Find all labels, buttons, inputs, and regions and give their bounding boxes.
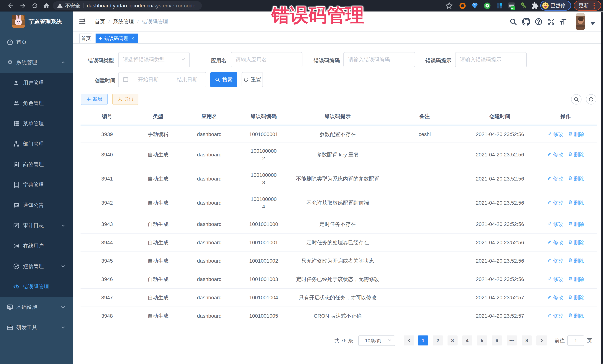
pagination-page-6[interactable]: 6 bbox=[492, 335, 502, 345]
sidebar-item-system[interactable]: 系统管理 bbox=[0, 52, 73, 73]
search-button[interactable]: 搜索 bbox=[210, 72, 237, 87]
delete-link[interactable]: 删除 bbox=[568, 199, 584, 207]
breadcrumb-home[interactable]: 首页 bbox=[95, 18, 105, 25]
tab-close-icon[interactable]: × bbox=[131, 36, 134, 41]
edit-icon bbox=[547, 175, 552, 183]
sidebar-logo[interactable]: 芋道管理系统 bbox=[0, 11, 73, 32]
refresh-circle-button[interactable] bbox=[586, 94, 596, 105]
breadcrumb-separator: / bbox=[137, 19, 139, 25]
sidebar-item-error-code[interactable]: 错误码管理 bbox=[0, 276, 73, 297]
sidebar-item-audit-log[interactable]: 审计日志 bbox=[0, 215, 73, 236]
sidebar-item-devtools[interactable]: 研发工具 bbox=[0, 317, 73, 338]
sidebar-item-dict[interactable]: 字典管理 bbox=[0, 175, 73, 195]
pagination-page-1[interactable]: 1 bbox=[418, 335, 428, 345]
sidebar-item-label: 在线用户 bbox=[23, 243, 44, 249]
cell-error-hint: 不能删除类型为系统内置的参数配置 bbox=[291, 175, 384, 183]
goto-page-input[interactable] bbox=[567, 335, 584, 346]
extension-key-icon[interactable] bbox=[519, 0, 527, 11]
extension-tabs-on-icon[interactable]: on bbox=[507, 0, 516, 11]
profile-paused-badge[interactable]: 已暂停 bbox=[540, 0, 571, 11]
edit-link[interactable]: 修改 bbox=[547, 239, 564, 246]
edit-link[interactable]: 修改 bbox=[547, 276, 564, 283]
tab-error-code-active[interactable]: 错误码管理 × bbox=[95, 33, 138, 43]
address-bar[interactable]: 不安全 dashboard.yudao.iocoder.cn/system/er… bbox=[53, 1, 202, 10]
font-size-icon[interactable] bbox=[559, 11, 568, 32]
page-size-select[interactable]: 10条/页 bbox=[358, 335, 395, 346]
sidebar-item-user[interactable]: 用户管理 bbox=[0, 73, 73, 93]
user-avatar[interactable] bbox=[576, 13, 585, 30]
delete-link[interactable]: 删除 bbox=[568, 276, 584, 283]
extension-green-circle-icon[interactable] bbox=[483, 0, 491, 11]
delete-link[interactable]: 删除 bbox=[568, 294, 584, 301]
reset-button[interactable]: 重置 bbox=[242, 72, 263, 87]
delete-link[interactable]: 删除 bbox=[568, 239, 584, 246]
browser-home-icon[interactable] bbox=[43, 0, 50, 11]
error-hint-input[interactable] bbox=[455, 53, 526, 67]
extension-squares-icon[interactable] bbox=[496, 0, 503, 11]
pagination-more-button[interactable]: ••• bbox=[507, 335, 517, 345]
edit-link[interactable]: 修改 bbox=[547, 312, 564, 320]
browser-menu-kebab-icon[interactable] bbox=[593, 3, 595, 9]
sidebar-item-menu[interactable]: 菜单管理 bbox=[0, 113, 73, 134]
edit-link[interactable]: 修改 bbox=[547, 257, 564, 265]
page-unit-label: 页 bbox=[587, 337, 592, 344]
edit-link[interactable]: 修改 bbox=[547, 151, 564, 158]
browser-update-badge[interactable]: 更新 bbox=[574, 0, 601, 11]
avatar-dropdown-caret-icon[interactable] bbox=[591, 22, 595, 25]
extensions-puzzle-icon[interactable] bbox=[531, 0, 539, 11]
sidebar-item-dept[interactable]: 部门管理 bbox=[0, 134, 73, 154]
extension-gem-icon[interactable] bbox=[471, 0, 478, 11]
export-button[interactable]: 导出 bbox=[112, 94, 139, 105]
github-icon[interactable] bbox=[522, 11, 531, 32]
toggle-search-circle-button[interactable] bbox=[571, 94, 581, 105]
column-header-0: 编号 bbox=[81, 113, 134, 120]
sidebar-item-post[interactable]: 岗位管理 bbox=[0, 154, 73, 175]
date-range-picker[interactable]: 开始日期 - 结束日期 bbox=[118, 72, 206, 87]
edit-link[interactable]: 修改 bbox=[547, 175, 564, 183]
sidebar-item-home[interactable]: 首页 bbox=[0, 32, 73, 52]
sidebar-item-sms[interactable]: 短信管理 bbox=[0, 256, 73, 276]
delete-link[interactable]: 删除 bbox=[568, 175, 584, 183]
browser-forward-icon[interactable] bbox=[19, 0, 26, 11]
sidebar-item-label: 角色管理 bbox=[23, 100, 44, 107]
pagination-page-3[interactable]: 3 bbox=[448, 335, 458, 345]
browser-back-icon[interactable] bbox=[7, 0, 14, 11]
navbar-search-icon[interactable] bbox=[509, 11, 518, 32]
sidebar-item-online-user[interactable]: 在线用户 bbox=[0, 236, 73, 256]
delete-link[interactable]: 删除 bbox=[568, 131, 584, 138]
browser-reload-icon[interactable] bbox=[31, 0, 39, 11]
breadcrumb-system[interactable]: 系统管理 bbox=[113, 18, 134, 25]
sidebar-item-infra[interactable]: 基础设施 bbox=[0, 297, 73, 317]
sidebar-item-notice[interactable]: 通知公告 bbox=[0, 195, 73, 215]
pagination-page-2[interactable]: 2 bbox=[433, 335, 443, 345]
pagination-page-4[interactable]: 4 bbox=[462, 335, 472, 345]
sidebar-item-role[interactable]: 角色管理 bbox=[0, 93, 73, 113]
delete-link[interactable]: 删除 bbox=[568, 312, 584, 320]
delete-link[interactable]: 删除 bbox=[568, 257, 584, 265]
edit-icon bbox=[547, 199, 552, 207]
app-name-input[interactable] bbox=[231, 53, 302, 67]
add-button[interactable]: 新增 bbox=[81, 94, 108, 105]
error-code-input[interactable] bbox=[344, 53, 415, 67]
edit-link[interactable]: 修改 bbox=[547, 294, 564, 301]
pagination-prev-button[interactable] bbox=[404, 335, 414, 345]
fullscreen-icon[interactable] bbox=[547, 11, 556, 32]
edit-link[interactable]: 修改 bbox=[547, 221, 564, 228]
error-code-table: 编号类型应用名错误码编码错误码提示备注创建时间操作 3939手动编辑dashbo… bbox=[81, 108, 597, 325]
pagination-next-button[interactable] bbox=[536, 335, 547, 345]
error-code-type-select[interactable]: 请选择错误码类型 bbox=[118, 52, 190, 67]
delete-link[interactable]: 删除 bbox=[568, 151, 584, 158]
pagination-page-5[interactable]: 5 bbox=[477, 335, 487, 345]
goto-label: 前往 bbox=[554, 337, 565, 344]
delete-link[interactable]: 删除 bbox=[568, 221, 584, 228]
table-header-separator bbox=[81, 124, 597, 126]
pagination-page-8[interactable]: 8 bbox=[522, 335, 532, 345]
extension-orange-ring-icon[interactable] bbox=[459, 0, 466, 11]
help-icon[interactable] bbox=[534, 11, 543, 32]
page-scrollbar[interactable] bbox=[601, 12, 603, 364]
tab-home[interactable]: 首页 bbox=[79, 33, 93, 43]
bookmark-star-icon[interactable] bbox=[445, 0, 453, 11]
edit-link[interactable]: 修改 bbox=[547, 131, 564, 138]
hamburger-icon[interactable] bbox=[79, 18, 86, 26]
edit-link[interactable]: 修改 bbox=[547, 199, 564, 207]
